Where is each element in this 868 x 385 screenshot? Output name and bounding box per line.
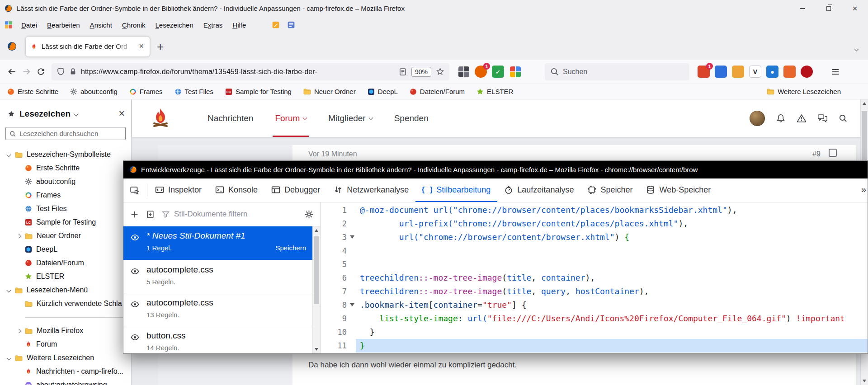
tree-bookmark-forum[interactable]: Forum — [0, 338, 131, 351]
close-button[interactable]: × — [842, 0, 868, 17]
post-number[interactable]: #9 — [812, 150, 821, 158]
devtools-tab-speicher[interactable]: Speicher — [580, 178, 639, 202]
fold-arrow-icon[interactable] — [350, 303, 354, 306]
tree-bookmark-about-config[interactable]: about:config — [0, 175, 131, 188]
chevron-down-icon[interactable] — [74, 112, 79, 117]
bookmark-toolbar-item-test-files[interactable]: Test Files — [175, 88, 213, 95]
tree-bookmark-frames[interactable]: Frames — [0, 188, 131, 202]
expand-chevron[interactable] — [5, 153, 13, 156]
tree-bookmark-deepl[interactable]: DeepL — [0, 243, 131, 256]
tree-bookmark-sample-for-testing[interactable]: LCSample for Testing — [0, 216, 131, 229]
menubar-item-hilfe[interactable]: Hilfe — [227, 19, 251, 31]
bookmark-toolbar-item-frames[interactable]: Frames — [129, 88, 163, 95]
tree-folder-k-rzlich-verwendete-schla[interactable]: Kürzlich verwendete Schla — [0, 297, 131, 310]
reader-view-icon[interactable] — [399, 68, 407, 76]
tab-close-icon[interactable]: × — [137, 42, 145, 51]
extension-icon-3[interactable]: ✓ — [492, 66, 504, 78]
tree-folder-lesezeichen-men[interactable]: Lesezeichen-Menü — [0, 283, 131, 297]
user-avatar[interactable] — [750, 111, 765, 126]
expand-chevron[interactable] — [14, 329, 23, 333]
gear-icon[interactable] — [305, 210, 313, 219]
tree-bookmark-erste-schritte[interactable]: Erste Schritte — [0, 161, 131, 175]
expand-chevron[interactable] — [14, 235, 23, 238]
css-editor[interactable]: 1@-moz-document url("chrome://browser/co… — [321, 202, 868, 353]
chat-icon[interactable] — [817, 113, 828, 123]
expand-chevron[interactable] — [5, 357, 13, 360]
extension-icon-7[interactable] — [801, 66, 813, 78]
sheet-list-scrollbar[interactable] — [312, 226, 320, 353]
extension-icon-6[interactable] — [783, 66, 796, 78]
new-tab-button[interactable]: + — [157, 41, 164, 52]
url-bar[interactable]: https://www.camp-firefox.de/forum/thema/… — [52, 63, 449, 80]
tracking-shield-icon[interactable] — [57, 67, 65, 76]
style-sheet-item-neues-stil-dokument-1[interactable]: * Neues Stil-Dokument #11 Regel.Speicher… — [123, 226, 312, 260]
forward-button[interactable] — [19, 65, 33, 79]
tree-folder-mozilla-firefox[interactable]: Mozilla Firefox — [0, 324, 131, 338]
scroll-down-icon[interactable] — [315, 348, 318, 351]
search-icon[interactable] — [839, 114, 847, 122]
menu-hamburger-button[interactable] — [828, 65, 843, 79]
tree-bookmark-elster[interactable]: ELSTER — [0, 270, 131, 283]
restore-button[interactable] — [816, 0, 842, 17]
search-bar[interactable]: Suchen — [545, 63, 689, 80]
url-text[interactable]: https://www.camp-firefox.de/forum/thema/… — [81, 68, 395, 76]
extension-icon-4[interactable] — [509, 66, 521, 78]
forum-nav-forum[interactable]: Forum — [275, 99, 307, 137]
devtools-tab-debugger[interactable]: Debugger — [264, 178, 327, 202]
minimize-button[interactable] — [789, 0, 816, 17]
menubar-item-datei[interactable]: Datei — [16, 19, 42, 31]
devtools-tab-stilbearbeitung[interactable]: { }Stilbearbeitung — [415, 178, 497, 202]
bell-icon[interactable] — [776, 113, 786, 123]
extension-icon-5[interactable]: ● — [766, 66, 778, 78]
sidebar-title[interactable]: Lesezeichen — [19, 109, 71, 119]
menubar-item-ansicht[interactable]: Ansicht — [85, 19, 117, 31]
reload-button[interactable] — [33, 65, 48, 79]
active-tab[interactable]: Lässt sich die Farbe der Ord × — [26, 37, 150, 56]
bookmarks-overflow[interactable]: Weitere Lesezeichen — [767, 88, 841, 95]
bookmark-toolbar-item-dateien-forum[interactable]: Dateien/Forum — [410, 88, 465, 95]
list-all-tabs-button[interactable] — [855, 44, 858, 52]
menubar-item-bearbeiten[interactable]: Bearbeiten — [42, 19, 85, 31]
extension-icon-1[interactable]: 1 — [698, 66, 710, 78]
menubar-addon-icon-1[interactable] — [272, 21, 280, 29]
style-sheet-item-autocomplete-css[interactable]: autocomplete.css5 Regeln. — [123, 260, 312, 293]
style-sheet-item-button-css[interactable]: button.css14 Regeln. — [123, 326, 312, 353]
tree-bookmark-nachrichten-camp-firefo[interactable]: Nachrichten - camp-firefo... — [0, 365, 131, 378]
save-link[interactable]: Speichern — [275, 244, 306, 252]
style-sheet-item-autocomplete-css[interactable]: autocomplete.css13 Regeln. — [123, 293, 312, 326]
back-button[interactable] — [5, 65, 19, 79]
forum-nav-nachrichten[interactable]: Nachrichten — [208, 99, 253, 137]
forum-nav-spenden[interactable]: Spenden — [394, 99, 429, 137]
tree-folder-neuer-ordner[interactable]: Neuer Ordner — [0, 229, 131, 243]
lock-icon[interactable] — [69, 68, 77, 75]
import-style-sheet-button[interactable] — [146, 210, 155, 219]
fold-arrow-icon[interactable] — [350, 235, 354, 239]
devtools-tab-netzwerkanalyse[interactable]: Netzwerkanalyse — [327, 178, 415, 202]
firefox-view-icon[interactable] — [7, 42, 17, 51]
tree-bookmark-test-files[interactable]: Test Files — [0, 202, 131, 216]
scroll-down-icon[interactable] — [863, 380, 866, 382]
bookmark-toolbar-item-about-config[interactable]: about:config — [70, 88, 118, 95]
extension-icon-2[interactable] — [715, 66, 727, 78]
scrollbar-thumb[interactable] — [314, 236, 319, 304]
bookmark-toolbar-item-neuer-ordner[interactable]: Neuer Ordner — [303, 88, 356, 95]
zoom-level[interactable]: 90% — [411, 67, 431, 77]
expand-chevron[interactable] — [5, 289, 13, 292]
bookmark-toolbar-item-erste-schritte[interactable]: Erste Schritte — [7, 88, 58, 95]
extension-icon-4[interactable]: V — [749, 66, 761, 78]
menubar-item-extras[interactable]: Extras — [198, 19, 228, 31]
bookmark-toolbar-item-elster[interactable]: ELSTER — [476, 88, 513, 95]
new-style-sheet-button[interactable] — [130, 210, 139, 219]
forum-nav-mitglieder[interactable]: Mitglieder — [328, 99, 372, 137]
tree-folder-lesezeichen-symbolleiste[interactable]: Lesezeichen-Symbolleiste — [0, 148, 131, 161]
menubar-app-icon[interactable] — [5, 21, 13, 29]
post-checkbox[interactable] — [829, 149, 837, 157]
sidebar-search-input[interactable]: Lesezeichen durchsuchen — [5, 127, 126, 140]
extension-icon-1[interactable] — [458, 66, 470, 78]
extension-icon-3[interactable] — [732, 66, 744, 78]
menubar-addon-icon-2[interactable] — [287, 21, 295, 29]
more-tools-icon[interactable]: » — [861, 184, 866, 195]
devtools-tab-web-speicher[interactable]: Web-Speicher — [639, 178, 717, 202]
menubar-item-chronik[interactable]: Chronik — [117, 19, 151, 31]
pick-element-button[interactable] — [123, 178, 146, 202]
